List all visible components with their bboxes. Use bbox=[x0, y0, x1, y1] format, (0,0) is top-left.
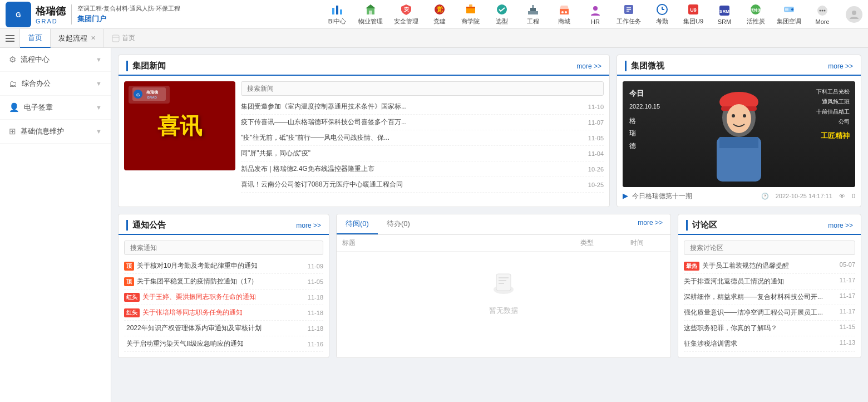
notice-item-0[interactable]: 顶 关于核对10月考勤及考勤纪律重申的通知 11-09 bbox=[124, 258, 323, 274]
news-image: G 格瑞德 GRAD 喜讯 bbox=[124, 81, 235, 170]
news-item-0[interactable]: 集团受邀参加《室内温度控制器通用技术条件》国家标... 11-10 bbox=[241, 99, 604, 115]
news-item-3[interactable]: 同"屏"共振，同心战"疫" 11-04 bbox=[241, 146, 604, 161]
sidebar-process-arrow: ▼ bbox=[96, 56, 102, 63]
news-item-date-0: 11-10 bbox=[588, 104, 604, 110]
notice-title-4: 2022年知识产权管理体系内审通知及审核计划 bbox=[124, 323, 308, 333]
nav-safety[interactable]: 安 安全管理 bbox=[389, 2, 423, 27]
logo-divider bbox=[71, 4, 72, 24]
svg-text:G: G bbox=[16, 11, 21, 19]
nav-property[interactable]: 物业管理 bbox=[354, 2, 387, 27]
notice-badge-2: 红头 bbox=[124, 293, 140, 302]
discuss-title-2: 深耕细作，精益求精——复合材料科技公司开... bbox=[684, 292, 837, 302]
news-item-1[interactable]: 疫下传喜讯——山东格瑞德环保科技公司喜签多个百万... 11-07 bbox=[241, 115, 604, 130]
flow-icon: ⚙ bbox=[9, 55, 16, 65]
discuss-body: 最热 关于员工着装规范的温馨提醒 05-07 关于排查河北返德员工情况的通知 1… bbox=[678, 235, 861, 357]
discuss-item-2[interactable]: 深耕细作，精益求精——复合材料科技公司开... 11-17 bbox=[684, 290, 855, 305]
discuss-title-3: 强化质量意识——洁净空调工程公司开展员工... bbox=[684, 308, 837, 317]
nav-charcoal[interactable]: 活性炭 活性炭 bbox=[741, 2, 770, 27]
tab-close-flow[interactable]: ✕ bbox=[91, 35, 96, 42]
nav-more[interactable]: More bbox=[808, 3, 837, 26]
nav-shop[interactable]: 商城 bbox=[550, 2, 579, 27]
svg-point-20 bbox=[565, 11, 567, 13]
news-panel-more[interactable]: more >> bbox=[576, 62, 601, 70]
svg-rect-36 bbox=[785, 8, 788, 11]
logo-text: 格瑞德 GRAD bbox=[36, 4, 66, 24]
news-item-4[interactable]: 新品发布 | 格瑞德2.4G免布线温控器隆重上市 10-26 bbox=[241, 161, 604, 177]
tab-home-label: 首页 bbox=[28, 33, 42, 43]
notice-panel-more[interactable]: more >> bbox=[296, 222, 321, 229]
nav-task[interactable]: 工作任务 bbox=[612, 2, 645, 27]
sidebar-item-esign[interactable]: 👤 电子签章 ▼ bbox=[0, 96, 111, 120]
notice-item-3[interactable]: 红头 关于张培培等同志职务任免的通知 11-18 bbox=[124, 305, 323, 321]
user-avatar[interactable] bbox=[846, 6, 862, 23]
discuss-item-0[interactable]: 最热 关于员工着装规范的温馨提醒 05-07 bbox=[684, 258, 855, 274]
logo-cn: 格瑞德 bbox=[36, 4, 66, 18]
sidebar-item-process[interactable]: ⚙ 流程中心 ▼ bbox=[0, 48, 111, 72]
top-header: G 格瑞德 GRAD 空调工程·复合材料·通风人防·环保工程 集团门户 BI中心… bbox=[0, 0, 868, 29]
attendance-icon bbox=[655, 3, 669, 16]
notice-item-1[interactable]: 顶 关于集团平稳复工的疫情防控通知（17） 11-05 bbox=[124, 274, 323, 290]
select-label: 选型 bbox=[496, 17, 508, 26]
discuss-date-5: 11-13 bbox=[840, 339, 855, 346]
news-search[interactable] bbox=[241, 81, 604, 96]
tab-home[interactable]: 首页 bbox=[20, 29, 51, 48]
nav-select[interactable]: 选型 bbox=[487, 2, 516, 27]
notice-item-5[interactable]: 关于启动重污染天气II级应急响应的通知 11-16 bbox=[124, 336, 323, 352]
nav-hr[interactable]: HR bbox=[581, 3, 610, 26]
nav-project[interactable]: 工程 bbox=[519, 2, 548, 27]
notice-title-5: 关于启动重污染天气II级应急响应的通知 bbox=[124, 339, 308, 349]
notice-date-1: 11-05 bbox=[308, 278, 323, 285]
srm-icon: SRM bbox=[718, 4, 731, 17]
svg-rect-12 bbox=[466, 7, 475, 8]
svg-text:U9: U9 bbox=[690, 7, 697, 13]
notice-date-3: 11-18 bbox=[308, 310, 323, 316]
project-icon bbox=[526, 3, 540, 16]
news-item-5[interactable]: 喜讯！云南分公司签订7088万元医疗中心暖通工程合同 10-25 bbox=[241, 177, 604, 193]
svg-rect-55 bbox=[719, 137, 758, 148]
discuss-item-4[interactable]: 这些职务犯罪，你真的了解吗？ 11-15 bbox=[684, 321, 855, 336]
shop-label: 商城 bbox=[558, 17, 570, 26]
nav-attendance[interactable]: 考勤 bbox=[648, 2, 677, 27]
sidebar-toggle[interactable] bbox=[0, 29, 20, 48]
video-thumb[interactable]: 今日 2022.10.15 格瑞德 bbox=[623, 81, 855, 187]
notice-item-4[interactable]: 2022年知识产权管理体系内审通知及审核计划 11-18 bbox=[124, 321, 323, 336]
discuss-panel-more[interactable]: more >> bbox=[828, 222, 853, 229]
sidebar-base-arrow: ▼ bbox=[96, 128, 102, 135]
notice-search[interactable] bbox=[124, 241, 323, 255]
tab-flow[interactable]: 发起流程 ✕ bbox=[51, 29, 104, 48]
charcoal-label: 活性炭 bbox=[747, 17, 765, 26]
discuss-item-5[interactable]: 征集涉税培训需求 11-13 bbox=[684, 336, 855, 352]
nav-u9[interactable]: U9 集团U9 bbox=[679, 2, 708, 27]
micro-panel-more[interactable]: more >> bbox=[828, 62, 853, 70]
todo-tab-unread[interactable]: 待阅(0) bbox=[337, 214, 378, 234]
nav-srm[interactable]: SRM SRM bbox=[710, 3, 739, 26]
discuss-panel-title: 讨论区 bbox=[686, 220, 717, 231]
discuss-search[interactable] bbox=[684, 241, 855, 255]
svg-text:党: 党 bbox=[436, 6, 443, 13]
sidebar-esign-label: 电子签章 bbox=[24, 102, 96, 112]
news-item-date-4: 10-26 bbox=[588, 166, 604, 173]
nav-bi[interactable]: BI中心 bbox=[323, 2, 352, 27]
news-item-2[interactable]: "疫"往无前，砥"疫"前行——风电公司战疫情、保... 11-05 bbox=[241, 130, 604, 146]
nav-air[interactable]: 集团空调 bbox=[772, 2, 806, 27]
discuss-item-3[interactable]: 强化质量意识——洁净空调工程公司开展员工... 11-17 bbox=[684, 305, 855, 321]
svg-text:SRM: SRM bbox=[719, 9, 729, 14]
nav-party[interactable]: 党 党建 bbox=[425, 2, 454, 27]
discuss-item-1[interactable]: 关于排查河北返德员工情况的通知 11-17 bbox=[684, 274, 855, 290]
svg-rect-64 bbox=[499, 280, 506, 281]
logo-portal: 集团门户 bbox=[77, 14, 180, 24]
video-title: 今日格瑞德第十一期 bbox=[632, 192, 692, 200]
discuss-date-4: 11-15 bbox=[840, 323, 855, 330]
video-meta: 🕐 2022-10-25 14:17:11 👁 0 bbox=[761, 193, 855, 200]
air-icon bbox=[782, 3, 796, 16]
discuss-date-3: 11-17 bbox=[840, 308, 855, 315]
notice-item-2[interactable]: 红头 关于王婷、栗洪振同志职务任命的通知 11-18 bbox=[124, 290, 323, 305]
todo-more[interactable]: more >> bbox=[630, 214, 670, 234]
todo-tab-pending[interactable]: 待办(0) bbox=[378, 214, 419, 234]
nav-school[interactable]: 商学院 bbox=[456, 2, 485, 27]
svg-rect-43 bbox=[6, 35, 14, 36]
svg-point-42 bbox=[852, 11, 856, 15]
sidebar-item-office[interactable]: 🗂 综合办公 ▼ bbox=[0, 72, 111, 96]
sidebar-item-base[interactable]: ⊞ 基础信息维护 ▼ bbox=[0, 120, 111, 144]
news-list: 集团受邀参加《室内温度控制器通用技术条件》国家标... 11-10 疫下传喜讯—… bbox=[241, 81, 604, 193]
